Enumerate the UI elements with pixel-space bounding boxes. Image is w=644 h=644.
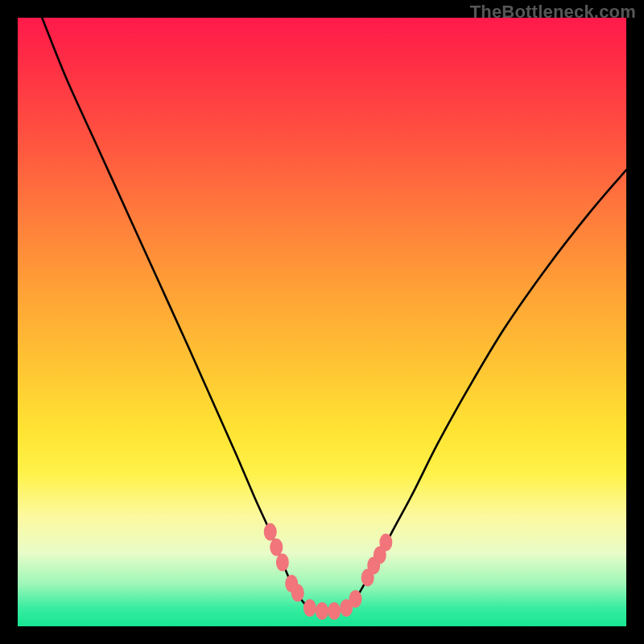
curve-marker — [316, 602, 328, 620]
curve-marker — [291, 584, 304, 601]
bottleneck-curve-chart — [18, 18, 626, 626]
curve-marker — [264, 523, 277, 541]
curve-marker — [379, 534, 392, 551]
curve-marker — [328, 602, 341, 620]
curve-marker — [270, 539, 283, 556]
curve-marker — [303, 599, 316, 617]
curve-marker — [276, 554, 289, 572]
curve-markers — [264, 523, 393, 620]
curve-line — [42, 18, 626, 612]
watermark-label: TheBottleneck.com — [470, 2, 636, 23]
curve-marker — [349, 590, 362, 608]
